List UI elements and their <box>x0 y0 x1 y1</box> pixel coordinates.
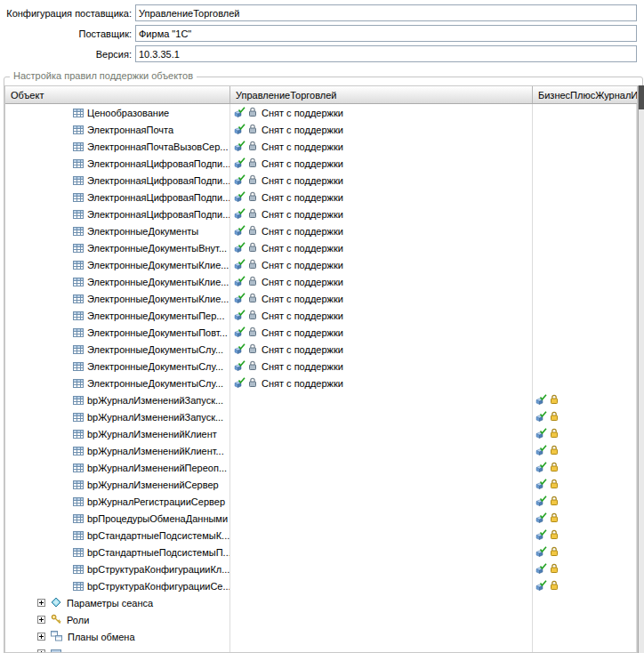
object-name: ЭлектронныеДокументы <box>87 226 198 237</box>
table-row[interactable]: ЭлектроннаяЦифроваяПодпи... <box>5 189 637 206</box>
support-status-text: Снят с поддержки <box>262 277 343 287</box>
support-status-bp <box>535 445 559 457</box>
object-table-icon <box>73 446 84 456</box>
table-row[interactable]: ЭлектронныеДокументыСлу... <box>5 375 637 391</box>
table-row[interactable]: bpСтруктураКонфигурацииКл... <box>5 560 637 577</box>
expand-icon[interactable] <box>37 649 45 653</box>
supplier-input[interactable] <box>135 25 637 42</box>
lock-icon <box>248 124 257 136</box>
table-row[interactable]: ЭлектроннаяПочта <box>5 121 637 138</box>
tree-node-row[interactable] <box>5 645 637 653</box>
support-status: Снят с поддержки <box>234 326 343 339</box>
lock-icon <box>248 191 257 204</box>
table-row[interactable]: bpПроцедурыОбменаДанными <box>5 510 637 527</box>
column-header-object[interactable]: Объект <box>5 86 230 103</box>
object-name: ЭлектронныеДокументыПовт... <box>87 327 228 338</box>
table-row[interactable]: bpЖурналИзмененийЗапуск... <box>5 391 637 408</box>
table-row[interactable]: ЭлектронныеДокументыПовт... <box>5 324 637 341</box>
expand-icon[interactable] <box>37 633 45 641</box>
support-status: Снят с поддержки <box>234 174 343 187</box>
support-status: Снят с поддержки <box>234 242 343 254</box>
table-row[interactable]: ЭлектроннаяЦифроваяПодпи... <box>5 172 637 189</box>
object-name: Ценообразование <box>87 108 169 118</box>
column-header-supplier-config[interactable]: УправлениеТорговлей <box>230 86 533 103</box>
table-row[interactable]: ЭлектронныеДокументыКлие... <box>5 256 637 273</box>
version-input[interactable] <box>135 45 637 62</box>
object-table-icon <box>73 513 84 524</box>
support-status-bp <box>535 512 559 525</box>
object-table-icon <box>73 429 84 439</box>
support-status-bp <box>535 546 559 559</box>
table-row[interactable]: ЭлектроннаяПочтаВызовСер... <box>5 138 637 155</box>
object-name: ЭлектронныеДокументыПер... <box>87 310 224 321</box>
column-header-bp-config[interactable]: БизнесПлюсЖурналИзм <box>533 86 637 103</box>
supplier-config-input[interactable] <box>135 4 637 21</box>
vertical-scrollbar[interactable] <box>638 85 644 653</box>
supported-check-icon <box>234 107 246 119</box>
support-status-text: Снят с поддержки <box>262 125 343 135</box>
metadata-object-icon <box>51 648 61 653</box>
object-name: ЭлектронныеДокументыВнут... <box>87 243 227 254</box>
support-status: Снят с поддержки <box>234 276 343 288</box>
object-table-icon <box>73 344 84 355</box>
supplier-label: Поставщик: <box>0 28 135 39</box>
table-row[interactable]: bpЖурналИзмененийКлиент... <box>5 442 637 459</box>
table-row[interactable]: ЭлектронныеДокументыСлу... <box>5 341 637 358</box>
supported-check-icon <box>535 546 547 559</box>
table-row[interactable]: bpСтандартныеПодсистемыК... <box>5 527 637 544</box>
support-status-bp <box>535 462 559 474</box>
table-row[interactable]: ЭлектронныеДокументыПер... <box>5 307 637 324</box>
table-row[interactable]: ЭлектроннаяЦифроваяПодпи... <box>5 206 637 222</box>
supported-check-icon <box>535 479 547 491</box>
object-name: ЭлектронныеДокументыКлие... <box>87 277 229 287</box>
support-status-text: Снят с поддержки <box>262 378 343 389</box>
table-row[interactable]: bpЖурналИзмененийСервер <box>5 476 637 493</box>
support-status-text: Снят с поддержки <box>262 260 343 270</box>
lock-yellow-icon <box>550 512 559 525</box>
object-name: bpЖурналИзмененийЗапуск... <box>87 412 223 423</box>
table-row[interactable]: bpЖурналИзмененийЗапуск... <box>5 408 637 425</box>
table-row[interactable]: ЭлектронныеДокументыСлу... <box>5 358 637 375</box>
support-status: Снят с поддержки <box>234 157 343 170</box>
object-table-icon <box>73 496 84 507</box>
support-status: Снят с поддержки <box>234 310 343 322</box>
table-row[interactable]: bpЖурналИзмененийКлиент <box>5 425 637 442</box>
object-name: ЭлектроннаяПочтаВызовСер... <box>87 141 229 152</box>
lock-icon <box>248 310 257 322</box>
object-name: bpЖурналИзмененийСервер <box>87 480 219 490</box>
table-row[interactable]: ЭлектроннаяЦифроваяПодпи... <box>5 155 637 172</box>
tree-node-row[interactable]: Роли <box>5 611 637 628</box>
support-status-bp <box>535 580 559 593</box>
lock-icon <box>248 293 257 305</box>
table-row[interactable]: ЭлектронныеДокументыВнут... <box>5 239 637 256</box>
object-table-icon <box>73 277 84 287</box>
supported-check-icon <box>535 462 547 474</box>
expand-icon[interactable] <box>37 616 45 624</box>
table-header: Объект УправлениеТорговлей БизнесПлюсЖур… <box>5 86 637 104</box>
table-row[interactable]: bpЖурналИзмененийПереоп... <box>5 459 637 476</box>
table-row[interactable]: ЭлектронныеДокументыКлие... <box>5 290 637 307</box>
table-row[interactable]: bpСтандартныеПодсистемыП... <box>5 544 637 560</box>
support-status-bp <box>535 496 559 508</box>
scrollbar-thumb[interactable] <box>639 85 644 109</box>
supported-check-icon <box>234 174 246 187</box>
support-status: Снят с поддержки <box>234 377 343 390</box>
table-row[interactable]: bpСтруктураКонфигурацииСе... <box>5 577 637 594</box>
table-row[interactable]: Ценообразование С <box>5 104 637 121</box>
session-parameters-icon <box>51 597 61 608</box>
tree-node-row[interactable]: Параметры сеанса <box>5 594 637 611</box>
object-name: ЭлектроннаяЦифроваяПодпи... <box>87 192 230 203</box>
object-table-icon <box>73 361 84 372</box>
version-row: Версия: <box>0 45 135 63</box>
table-row[interactable]: bpЖурналРегистрацииСервер <box>5 493 637 510</box>
table-row[interactable]: ЭлектронныеДокументы <box>5 222 637 239</box>
supplier-configuration-window: Конфигурация поставщика: Поставщик: Верс… <box>0 0 644 653</box>
lock-icon <box>248 276 257 288</box>
supported-check-icon <box>535 496 547 508</box>
table-row[interactable]: ЭлектронныеДокументыКлие... <box>5 273 637 290</box>
support-status: Снят с поддержки <box>234 225 343 238</box>
support-status-bp <box>535 394 559 407</box>
support-status: Снят с поддержки <box>234 208 343 221</box>
tree-node-row[interactable]: Планы обмена <box>5 628 637 645</box>
expand-icon[interactable] <box>37 599 45 607</box>
